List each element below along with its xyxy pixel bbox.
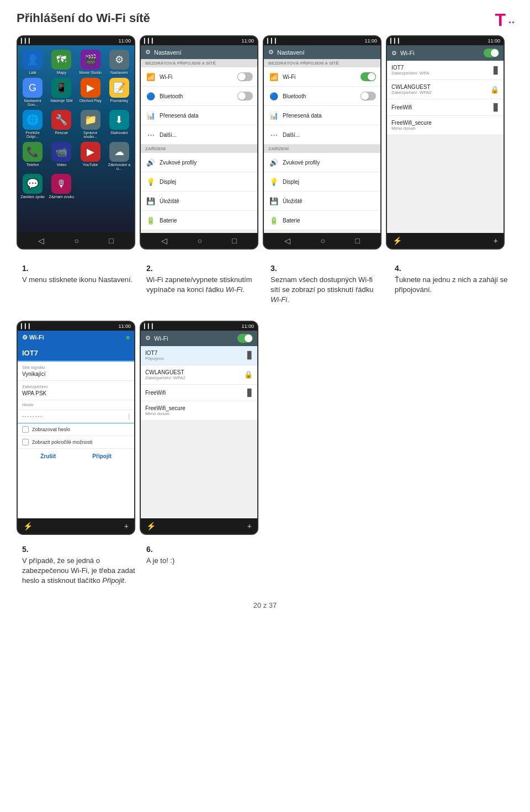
section-label-wireless: BEZDRÁTOVÁ PŘIPOJENÍ A SÍTĚ [141, 59, 257, 67]
record-icon: 🎙 [51, 174, 71, 194]
network-info-iot7: IOT7 Zabezpečení: WPA [391, 65, 490, 76]
security-value: WPA PSK [22, 390, 130, 396]
step-1: 1. V menu stisknete ikonu Nastavení. [17, 259, 141, 310]
checkbox-show-password[interactable]: Zobrazovat heslo [18, 423, 134, 436]
list-item[interactable]: 📶 Wi-Fi [141, 67, 257, 87]
display-icon: 💡 [145, 176, 156, 187]
wifi-label-3: Wi-Fi [283, 74, 357, 80]
list-item[interactable]: IOT7 Zabezpečení: WPA ▊ [387, 61, 504, 80]
show-password-label: Zobrazovat heslo [32, 427, 70, 432]
battery-icon-3: 🔋 [268, 215, 279, 226]
step-6: 6. A je to! :) [141, 540, 265, 591]
bluetooth-toggle-3[interactable] [361, 92, 376, 100]
list-item[interactable]: ⋯ Další... [141, 125, 257, 145]
logo-dots: · · [508, 17, 513, 28]
screenshots-row-1: ▎▎▎ 11:00 👤 Lidé 🗺 Mapy 🎬 Movie Studio ⚙ [17, 35, 513, 250]
list-item[interactable]: 🔋 Baterie [141, 211, 257, 230]
gear-icon-3: ⚙ [268, 49, 274, 56]
signal-2: ▎▎▎ [144, 38, 156, 44]
checkbox-advanced[interactable]: Zobrazit pokročilé možnosti [18, 436, 134, 449]
network-info-free-s: FreeWifi_secure Mimo dosah [391, 120, 499, 131]
data-icon: 📊 [145, 110, 156, 121]
home-screen: 👤 Lidé 🗺 Mapy 🎬 Movie Studio ⚙ Nastavení… [18, 45, 134, 233]
bottom-bar-1: ◁ ○ □ [18, 233, 134, 248]
sim-icon: 📱 [51, 78, 71, 98]
list-item: ⬇ Stahování [107, 110, 132, 139]
advanced-checkbox[interactable] [22, 439, 29, 445]
status-bar-2: ▎▎▎ 11:00 [141, 36, 257, 45]
wifi-toggle-off[interactable] [237, 72, 253, 81]
bluetooth-toggle-off[interactable] [237, 92, 253, 100]
bluetooth-label-3: Bluetooth [283, 93, 357, 99]
add-icon-6: + [247, 522, 252, 530]
network-info-cwl-c: CWLANGUEST Zabezpečení: WPA2 [145, 369, 241, 380]
list-item[interactable]: ⋯ Další... [264, 125, 380, 145]
wifi-screen-4: ⚙ Wi-Fi IOT7 Zabezpečení: WPA ▊ CWLANGUE… [387, 45, 504, 233]
section-label-devices: ZAŘÍZENÍ [141, 145, 257, 153]
sound-icon-3: 🔊 [268, 157, 279, 168]
list-item: 💬 Zasílání zpráv [20, 174, 45, 199]
status-bar-5: ▎▎▎ 11:00 [18, 322, 134, 331]
bluetooth-icon: 🔵 [145, 91, 156, 102]
steps-row-1: 1. V menu stisknete ikonu Nastavení. 2. … [17, 259, 513, 310]
list-item[interactable]: 💾 Úložiště [141, 192, 257, 211]
status-bar-1: ▎▎▎ 11:00 [18, 36, 134, 45]
list-item[interactable]: FreeWifi_secure Mimo dosah [387, 116, 504, 135]
step-number-1: 1. [22, 264, 135, 273]
home-icon: ○ [75, 236, 79, 245]
cancel-button[interactable]: Zrušit [40, 453, 56, 459]
wifi-label: Wi-Fi [160, 74, 234, 80]
back-icon-5: ⚡ [23, 522, 33, 530]
wifi-toggle-6[interactable] [237, 334, 253, 343]
signal-5: ▎▎▎ [21, 323, 33, 329]
network-sub-cwl-c: Zabezpečení: WPA2 [145, 375, 241, 380]
signal-label: Síla signálu [22, 365, 130, 370]
step-text-1: V menu stisknete ikonu Nastavení. [22, 275, 135, 285]
settings-icon: ⚙ [109, 50, 129, 70]
list-item[interactable]: 🔊 Zvukové profily [141, 153, 257, 172]
network-name-free-c: FreeWifi [145, 390, 244, 396]
bottom-bar-5: ⚡ + [18, 518, 134, 534]
list-item[interactable]: 💾 Úložiště [264, 192, 380, 211]
wifi-header-6: ⚙ Wi-Fi [141, 331, 257, 346]
list-item[interactable]: FreeWifi ▊ [387, 99, 504, 116]
list-item[interactable]: 📊 Přenesená data [141, 106, 257, 125]
list-item[interactable]: FreeWifi_secure Mimo dosah [141, 401, 257, 421]
list-item[interactable]: CWLANGUEST Zabezpečení: WPA2 🔒 [387, 80, 504, 99]
wifi-icon-5: ⚙ [22, 334, 29, 341]
list-item[interactable]: IOT7 Připojeno ▊ [141, 346, 257, 365]
rescue-icon: 🔧 [51, 110, 71, 130]
list-item[interactable]: 📊 Přenesená data [264, 106, 380, 125]
network-name-free-s: FreeWifi_secure [391, 120, 499, 126]
list-item[interactable]: 📶 Wi-Fi [264, 67, 380, 87]
status-bar-4: ▎▎▎ 11:00 [387, 36, 504, 45]
list-item[interactable]: CWLANGUEST Zabezpečení: WPA2 🔒 [141, 365, 257, 385]
back-icon-4: ⚡ [393, 236, 402, 245]
time-2: 11:00 [241, 38, 254, 44]
wifi-screen-6: ⚙ Wi-Fi IOT7 Připojeno ▊ CWLANGUEST Zabe… [141, 331, 257, 518]
step-number-5: 5. [22, 545, 135, 554]
phone-6: ▎▎▎ 11:00 ⚙ Wi-Fi IOT7 Připojeno ▊ CWLAN… [140, 321, 258, 535]
wifi-toggle-4[interactable] [484, 49, 499, 57]
show-password-checkbox[interactable] [22, 426, 29, 433]
signal-4: ▎▎▎ [390, 38, 402, 44]
list-item[interactable]: 💡 Displej [264, 172, 380, 192]
list-item: 📝 Poznámky [107, 78, 132, 107]
list-item[interactable]: 🔋 Baterie [264, 211, 380, 230]
phone-4: ▎▎▎ 11:00 ⚙ Wi-Fi IOT7 Zabezpečení: WPA … [386, 35, 505, 250]
list-item[interactable]: 🔵 Bluetooth [141, 87, 257, 106]
connect-button[interactable]: Připojit [92, 453, 111, 459]
display-label: Displej [160, 179, 253, 185]
wifi-icon-3: 📶 [268, 71, 279, 82]
list-item[interactable]: 💡 Displej [141, 172, 257, 192]
phone-3: ▎▎▎ 11:00 ⚙ Nastavení BEZDRÁTOVÁ PŘIPOJE… [263, 35, 381, 250]
home-icon-4: + [494, 236, 498, 245]
list-item[interactable]: 🔵 Bluetooth [264, 87, 380, 106]
password-input[interactable]: ········ [22, 413, 128, 420]
wifi-toggle-on[interactable] [361, 72, 376, 81]
password-row[interactable]: ········ | [18, 410, 134, 423]
list-item[interactable]: FreeWifi ▊ [141, 385, 257, 401]
list-item: 📁 Správce soubo... [78, 110, 103, 139]
list-item[interactable]: 🔊 Zvukové profily [264, 153, 380, 172]
movie-icon: 🎬 [81, 50, 100, 70]
